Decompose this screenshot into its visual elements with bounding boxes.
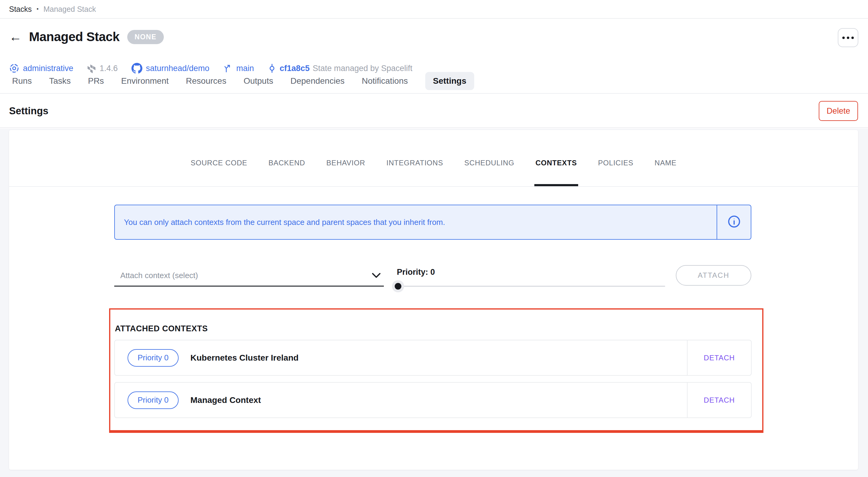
breadcrumb: Stacks • Managed Stack [0, 0, 868, 19]
attached-context-row: Priority 0 Kubernetes Cluster Ireland DE… [114, 340, 752, 376]
priority-badge: Priority 0 [128, 391, 179, 409]
priority-slider[interactable] [397, 286, 665, 287]
subtab-contexts[interactable]: CONTEXTS [535, 130, 577, 186]
subtab-source-code[interactable]: SOURCE CODE [191, 130, 248, 186]
subtab-backend[interactable]: BACKEND [268, 130, 305, 186]
settings-card: SOURCE CODE BACKEND BEHAVIOR INTEGRATION… [9, 130, 858, 470]
tab-runs[interactable]: Runs [12, 76, 32, 86]
priority-badge: Priority 0 [128, 349, 179, 367]
attach-context-select[interactable]: Attach context (select) [114, 265, 384, 287]
tab-dependencies[interactable]: Dependencies [290, 76, 345, 86]
stack-nav-tabs: Runs Tasks PRs Environment Resources Out… [12, 68, 474, 94]
detach-button[interactable]: DETACH [687, 383, 751, 417]
settings-subtabs: SOURCE CODE BACKEND BEHAVIOR INTEGRATION… [9, 130, 858, 187]
chevron-down-icon [372, 272, 381, 279]
detach-button[interactable]: DETACH [687, 340, 751, 375]
dot-icon [847, 37, 849, 39]
tab-tasks[interactable]: Tasks [49, 76, 71, 86]
tab-outputs[interactable]: Outputs [244, 76, 273, 86]
subtab-behavior[interactable]: BEHAVIOR [327, 130, 365, 186]
info-banner-text: You can only attach contexts from the cu… [115, 205, 717, 239]
tab-prs[interactable]: PRs [88, 76, 104, 86]
dot-icon [842, 37, 845, 39]
settings-heading: Settings [9, 105, 49, 117]
space-none-badge: NONE [127, 30, 163, 44]
title-row: ← Managed Stack NONE [9, 28, 164, 46]
dot-icon [851, 37, 854, 39]
stack-header: ← Managed Stack NONE administrative [0, 19, 868, 94]
page-title: Managed Stack [29, 30, 119, 44]
info-icon [727, 215, 741, 230]
subtab-scheduling[interactable]: SCHEDULING [464, 130, 514, 186]
subtab-name[interactable]: NAME [655, 130, 677, 186]
priority-label: Priority: 0 [397, 268, 435, 277]
slider-dot [395, 283, 401, 290]
tab-notifications[interactable]: Notifications [362, 76, 408, 86]
settings-section-bar: Settings Delete [0, 94, 868, 128]
attach-context-select-placeholder: Attach context (select) [120, 271, 198, 280]
breadcrumb-stacks-link[interactable]: Stacks [9, 5, 32, 13]
priority-slider-handle[interactable] [392, 280, 404, 292]
subtab-policies[interactable]: POLICIES [598, 130, 633, 186]
breadcrumb-separator: • [37, 6, 39, 12]
tab-settings[interactable]: Settings [425, 72, 474, 90]
attached-context-row: Priority 0 Managed Context DETACH [114, 382, 752, 418]
content-area: SOURCE CODE BACKEND BEHAVIOR INTEGRATION… [0, 128, 868, 477]
tab-resources[interactable]: Resources [186, 76, 226, 86]
context-name: Kubernetes Cluster Ireland [190, 353, 299, 363]
more-options-button[interactable] [838, 28, 858, 47]
attach-button[interactable]: ATTACH [676, 265, 751, 286]
subtab-integrations[interactable]: INTEGRATIONS [386, 130, 443, 186]
attach-context-row: Attach context (select) Priority: 0 ATTA… [114, 265, 751, 292]
delete-button[interactable]: Delete [819, 101, 858, 121]
attached-contexts-heading: ATTACHED CONTEXTS [115, 324, 208, 333]
highlight-annotation-box: ATTACHED CONTEXTS Priority 0 Kubernetes … [109, 308, 764, 433]
breadcrumb-current: Managed Stack [43, 5, 96, 13]
tab-environment[interactable]: Environment [121, 76, 168, 86]
back-arrow-icon[interactable]: ← [9, 31, 22, 43]
context-name: Managed Context [190, 395, 261, 405]
info-banner: You can only attach contexts from the cu… [114, 205, 751, 240]
info-banner-icon-section[interactable] [717, 205, 751, 239]
